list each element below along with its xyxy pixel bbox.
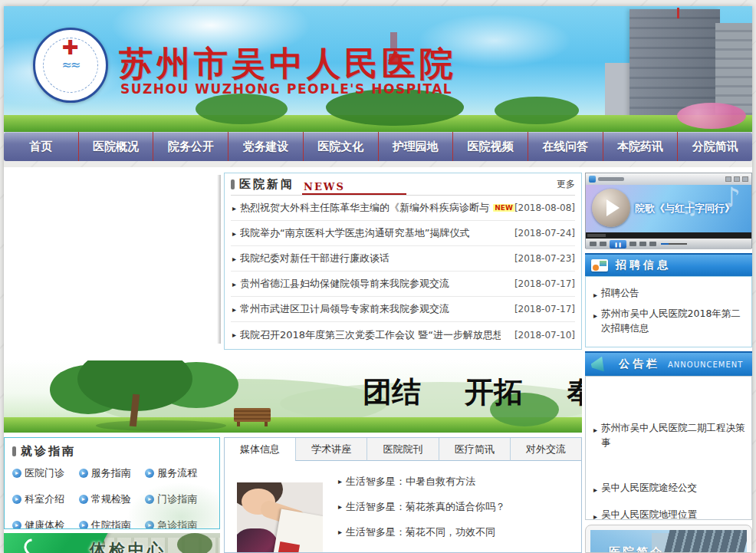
tab-media-info[interactable]: 媒体信息 — [225, 438, 295, 461]
bench-decoration — [234, 408, 271, 422]
recruitment-item-text: 苏州市吴中人民医院2018年第二次招聘信息 — [601, 307, 745, 336]
flower-decoration — [677, 103, 746, 129]
bullet-icon — [12, 446, 16, 456]
news-more-link[interactable]: 更多 — [557, 178, 575, 191]
news-item[interactable]: ▸ 我院举办“南京医科大学医患沟通研究基地”揭牌仪式 [2018-07-24] — [231, 221, 575, 246]
media-item[interactable]: ▸ 生活智多星：中暑自救有方法 — [337, 469, 581, 494]
volume-slider[interactable] — [661, 243, 687, 245]
news-item[interactable]: ▸ 贵州省德江县妇幼保健院领导前来我院参观交流 [2018-07-17] — [231, 272, 575, 297]
tab-medical-briefs[interactable]: 医疗简讯 — [439, 438, 510, 461]
maximize-icon[interactable] — [734, 176, 740, 182]
next-icon[interactable] — [629, 242, 636, 246]
announcement-item[interactable]: ▸ 吴中人民医院地理位置 — [592, 508, 745, 522]
nav-item-public-affairs[interactable]: 院务公开 — [153, 132, 228, 161]
slogan-word: 奉献 — [567, 374, 582, 409]
volume-icon[interactable] — [649, 242, 656, 246]
media-item[interactable]: ▸ 生活智多星：菊花不同，功效不同 — [337, 519, 581, 545]
tab-hospital-journal[interactable]: 医院院刊 — [366, 438, 438, 461]
announcement-item[interactable]: ▸ 吴中人民医院途经公交 — [592, 481, 745, 495]
slogan-banner: 团结 开拓 奉献 — [4, 360, 582, 433]
intro-panel[interactable]: 医院简介 — [585, 525, 752, 553]
guide-link-outpatient-guide[interactable]: ▸门诊指南 — [145, 492, 212, 506]
tree-decoration — [495, 97, 579, 124]
building-tower — [657, 530, 747, 553]
slogan-word: 团结 — [363, 374, 421, 409]
nav-item-nursing[interactable]: 护理园地 — [379, 132, 454, 161]
circle-arrow-icon: ▸ — [79, 469, 88, 478]
bullet-icon — [231, 179, 235, 189]
tree-decoration — [196, 94, 288, 124]
media-item-text: 生活智多星：常见旅游病要注意 — [346, 551, 485, 553]
player-progress-bar[interactable] — [586, 232, 751, 239]
news-item-text: 我院召开2018年度第三次党委工作会议 暨“进一步解放思想 — [240, 328, 501, 342]
recruitment-item-text: 招聘公告 — [601, 286, 639, 301]
recruitment-item[interactable]: ▸ 苏州市吴中人民医院2018年第二次招聘信息 — [592, 307, 745, 336]
news-item[interactable]: ▸ 我院纪委对新任干部进行廉政谈话 [2018-07-23] — [231, 246, 575, 272]
arrow-bullet-icon: ▸ — [232, 255, 236, 263]
guide-link-departments[interactable]: ▸科室介绍 — [12, 492, 79, 506]
news-panel: 医院新闻 NEWS 更多 ▸ 热烈祝贺大外科主任陈革华主编的《新编外科疾病诊断与… — [224, 173, 582, 350]
guide-link-inpatient-guide[interactable]: ▸住院指南 — [79, 518, 146, 529]
news-item-text: 热烈祝贺大外科主任陈革华主编的《新编外科疾病诊断与治 — [240, 201, 490, 215]
news-item[interactable]: ▸ 常州市武进区卫计局领导专家前来我院参观交流 [2018-07-17] — [231, 297, 575, 322]
nav-item-home[interactable]: 首页 — [4, 132, 79, 161]
news-subtitle: NEWS — [302, 181, 406, 195]
nav-item-branch-news[interactable]: 分院简讯 — [678, 132, 752, 161]
arrow-bullet-icon: ▸ — [338, 477, 342, 486]
arrow-bullet-icon: ▸ — [593, 511, 597, 522]
previous-icon[interactable] — [600, 242, 606, 246]
media-item[interactable]: ▸ 生活智多星：菊花茶真的适合你吗？ — [337, 494, 581, 519]
close-icon[interactable] — [742, 176, 748, 182]
play-button[interactable] — [592, 189, 630, 227]
guide-link-health-checkup[interactable]: ▸健康体检 — [12, 518, 79, 529]
nav-item-videos[interactable]: 医院视频 — [453, 132, 528, 161]
guide-link-label: 住院指南 — [91, 518, 131, 529]
checkup-title: 体检中心 — [90, 539, 166, 553]
arrow-bullet-icon: ▸ — [338, 502, 342, 511]
announcement-item-text: 苏州市吴中人民医院二期工程决策事 — [601, 421, 745, 450]
stop-icon[interactable] — [590, 242, 597, 246]
nav-item-online-qa[interactable]: 在线问答 — [528, 132, 603, 161]
media-item[interactable]: ▸ 生活智多星：常见旅游病要注意 — [337, 545, 581, 553]
tab-academic-lectures[interactable]: 学术讲座 — [295, 438, 366, 461]
intro-building-photo: 医院简介 — [590, 530, 747, 553]
guide-link-lab-tests[interactable]: ▸常规检验 — [79, 492, 146, 506]
circle-arrow-icon: ▸ — [79, 521, 88, 529]
guide-link-service-flow[interactable]: ▸服务流程 — [145, 466, 212, 480]
site-header: ✚ ≈≈ 苏州市吴中人民医院 SUZHOU WUZHONG PEOPLE'S H… — [4, 6, 752, 132]
tree-decoration — [177, 533, 212, 553]
news-item[interactable]: ▸ 热烈祝贺大外科主任陈革华主编的《新编外科疾病诊断与治 NEW [2018-0… — [231, 196, 575, 221]
new-badge: NEW — [493, 204, 514, 212]
hospital-name-cn: 苏州市吴中人民医院 — [119, 41, 457, 87]
nav-item-pharmacy-news[interactable]: 本院药讯 — [603, 132, 679, 161]
red-cross-icon: ✚ — [35, 38, 106, 58]
guide-title: 就诊指南 — [21, 444, 76, 459]
guide-link-label: 服务流程 — [157, 466, 197, 480]
arrow-bullet-icon: ▸ — [232, 305, 236, 314]
player-titlebar — [586, 173, 751, 185]
playlist-icon[interactable] — [639, 242, 646, 246]
minimize-icon[interactable] — [725, 176, 731, 182]
player-controls — [586, 239, 751, 249]
arrow-bullet-icon: ▸ — [338, 528, 342, 536]
tab-external-exchange[interactable]: 对外交流 — [510, 438, 581, 461]
guide-link-emergency-guide[interactable]: ▸急诊指南 — [145, 518, 212, 529]
guide-link-outpatient[interactable]: ▸医院门诊 — [12, 466, 79, 480]
nav-item-culture[interactable]: 医院文化 — [304, 132, 379, 161]
media-thumbnail[interactable] — [237, 482, 323, 553]
building-antenna — [677, 8, 679, 18]
circle-arrow-icon: ▸ — [12, 521, 21, 529]
video-player: ♪ ♫ 院歌《与红十字同行》 — [585, 173, 752, 249]
pause-button[interactable] — [610, 240, 626, 249]
media-tabs: 媒体信息 学术讲座 医院院刊 医疗简讯 对外交流 — [225, 438, 581, 461]
nav-item-overview[interactable]: 医院概况 — [79, 132, 154, 161]
checkup-banner[interactable]: 体检中心 — [4, 533, 220, 553]
news-header: 医院新闻 NEWS 更多 — [231, 173, 575, 196]
guide-link-service-guide[interactable]: ▸服务指南 — [79, 466, 146, 480]
news-item[interactable]: ▸ 我院召开2018年度第三次党委工作会议 暨“进一步解放思想 [2018-07… — [231, 322, 575, 347]
news-item-date: [2018-07-24] — [514, 228, 575, 239]
recruitment-item[interactable]: ▸ 招聘公告 — [592, 286, 745, 301]
announcement-item[interactable]: ▸ 苏州市吴中人民医院二期工程决策事 — [592, 421, 745, 450]
nav-item-party-building[interactable]: 党务建设 — [228, 132, 304, 161]
arrow-bullet-icon: ▸ — [232, 229, 236, 238]
